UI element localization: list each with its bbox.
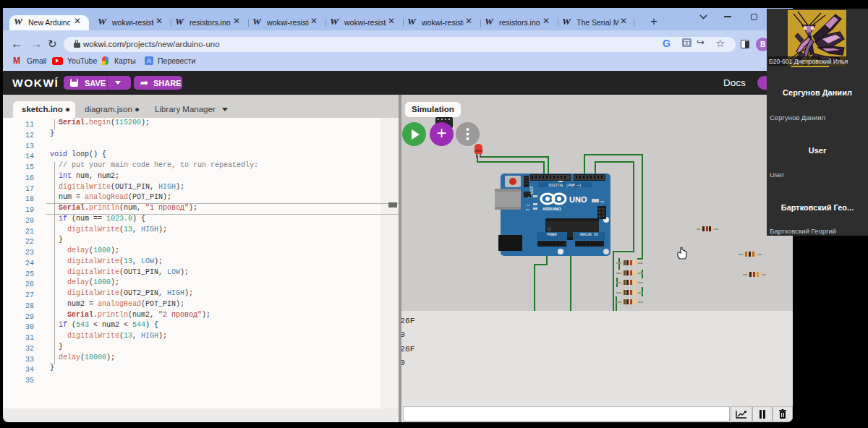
svg-text:ARDUINO: ARDUINO (542, 207, 561, 211)
svg-text:UNO: UNO (569, 195, 587, 204)
svg-text:TX: TX (526, 204, 529, 207)
svg-text:DIGITAL (PWM ~): DIGITAL (PWM ~) (548, 184, 581, 188)
svg-text:ON: ON (600, 200, 604, 203)
svg-text:POWER: POWER (547, 233, 557, 236)
svg-text:RX: RX (526, 208, 529, 211)
svg-text:AREF: AREF (530, 186, 535, 194)
svg-text:ANALOG IN: ANALOG IN (580, 233, 598, 236)
